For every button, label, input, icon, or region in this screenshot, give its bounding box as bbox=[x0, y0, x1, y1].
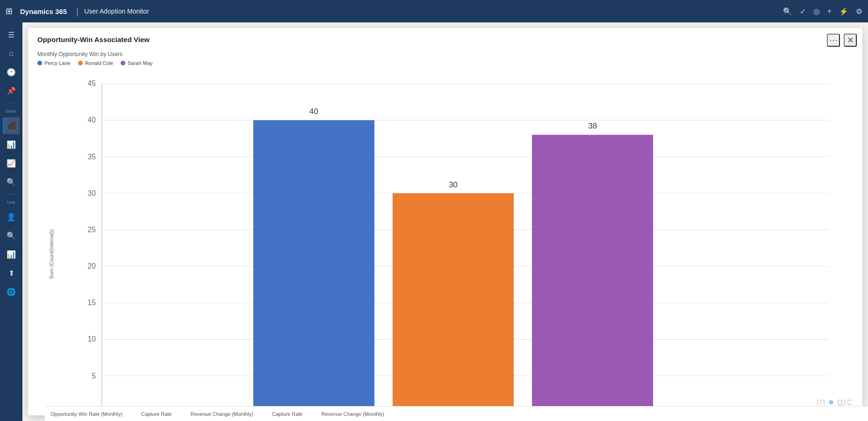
bar-ronald[interactable] bbox=[393, 193, 514, 413]
sidebar-dash-label: Dash bbox=[5, 107, 17, 115]
svg-text:20: 20 bbox=[88, 262, 96, 270]
chart-legend: Percy Lane Ronald Cole Sarah May bbox=[37, 60, 853, 66]
chart-container: Sum (Count(Internal)) 45 40 bbox=[37, 71, 853, 421]
svg-text:45: 45 bbox=[88, 79, 96, 87]
legend-ronald: Ronald Cole bbox=[78, 60, 114, 66]
sidebar-pin-icon[interactable]: 📌 bbox=[3, 82, 20, 99]
sidebar-home-icon[interactable]: ⌂ bbox=[3, 45, 20, 62]
bar-sarah-label: 38 bbox=[588, 121, 597, 130]
chart-subtitle: Monthly Opportunity Win by Users bbox=[37, 51, 853, 57]
bar-ronald-label: 30 bbox=[449, 180, 458, 189]
svg-text:10: 10 bbox=[88, 335, 96, 343]
legend-percy: Percy Lane bbox=[37, 60, 71, 66]
sidebar-divider-2 bbox=[4, 194, 19, 194]
bar-sarah[interactable] bbox=[532, 135, 653, 412]
main-content: ✕ ⋯ Opportunity-Win Associated View Mont… bbox=[22, 22, 868, 421]
topbar: ⊞ Dynamics 365 | User Adoption Monitor 🔍… bbox=[0, 0, 868, 22]
sidebar-divider-1 bbox=[4, 103, 19, 103]
chart-svg-wrapper: 45 40 35 30 25 bbox=[65, 71, 853, 421]
grid-icon[interactable]: ⊞ bbox=[6, 6, 13, 16]
chart-title: Opportunity-Win Associated View bbox=[37, 36, 853, 43]
svg-text:30: 30 bbox=[88, 189, 96, 197]
bottom-strip-item-0[interactable]: Opportunity Win Rate (Monthly) bbox=[50, 411, 122, 417]
module-name: User Adoption Monitor bbox=[84, 7, 149, 15]
legend-dot-percy bbox=[37, 61, 42, 65]
chart-svg: 45 40 35 30 25 bbox=[65, 71, 853, 421]
sidebar-dashboard-icon[interactable]: ⬛ bbox=[3, 117, 20, 134]
filter-icon[interactable]: ⚡ bbox=[839, 7, 848, 16]
legend-label-sarah: Sarah May bbox=[128, 60, 152, 66]
sidebar-menu-icon[interactable]: ☰ bbox=[3, 26, 20, 43]
legend-label-percy: Percy Lane bbox=[44, 60, 71, 66]
bottom-strip: Opportunity Win Rate (Monthly) Capture R… bbox=[45, 406, 868, 421]
svg-text:15: 15 bbox=[88, 299, 96, 307]
settings-icon[interactable]: ⚙ bbox=[856, 7, 862, 16]
legend-dot-sarah bbox=[121, 61, 125, 65]
sidebar-world-icon[interactable]: 🌐 bbox=[3, 283, 20, 300]
sidebar-users-label: Use bbox=[6, 198, 16, 207]
chart-panel: ✕ ⋯ Opportunity-Win Associated View Mont… bbox=[28, 28, 862, 415]
bar-percy[interactable] bbox=[253, 120, 374, 412]
close-button[interactable]: ✕ bbox=[844, 34, 857, 47]
svg-text:35: 35 bbox=[88, 153, 96, 161]
bottom-strip-item-4[interactable]: Revenue Change (Monthly) bbox=[321, 411, 384, 417]
bottom-strip-item-2[interactable]: Revenue Change (Monthly) bbox=[191, 411, 254, 417]
y-axis-label: Sum (Count(Internal)) bbox=[49, 229, 54, 279]
sidebar-recent-icon[interactable]: 🕐 bbox=[3, 64, 20, 80]
legend-dot-ronald bbox=[78, 61, 83, 65]
svg-text:5: 5 bbox=[92, 372, 96, 380]
checkmark-icon[interactable]: ✓ bbox=[800, 7, 806, 16]
sidebar-upload-icon[interactable]: ⬆ bbox=[3, 264, 20, 281]
topbar-divider: | bbox=[76, 6, 79, 17]
sidebar-user1-icon[interactable]: 👤 bbox=[3, 208, 20, 225]
legend-label-ronald: Ronald Cole bbox=[85, 60, 114, 66]
bar-percy-label: 40 bbox=[309, 107, 318, 116]
legend-sarah: Sarah May bbox=[121, 60, 152, 66]
location-icon[interactable]: ◎ bbox=[813, 7, 820, 16]
bottom-strip-item-1[interactable]: Capture Rate bbox=[141, 411, 172, 417]
sidebar: ☰ ⌂ 🕐 📌 Dash ⬛ 📊 📈 🔍 Use 👤 🔍 📊 ⬆ 🌐 bbox=[0, 22, 22, 421]
svg-text:25: 25 bbox=[88, 226, 96, 234]
svg-text:40: 40 bbox=[88, 116, 96, 124]
sidebar-chart1-icon[interactable]: 📊 bbox=[3, 136, 20, 153]
sidebar-search1-icon[interactable]: 🔍 bbox=[3, 173, 20, 190]
search-icon[interactable]: 🔍 bbox=[783, 7, 792, 16]
app-name: Dynamics 365 bbox=[20, 7, 67, 15]
more-options-button[interactable]: ⋯ bbox=[827, 34, 840, 47]
bottom-strip-item-3[interactable]: Capture Rate bbox=[272, 411, 302, 417]
add-icon[interactable]: + bbox=[827, 7, 832, 15]
sidebar-search2-icon[interactable]: 🔍 bbox=[3, 227, 20, 244]
sidebar-chart3-icon[interactable]: 📊 bbox=[3, 246, 20, 263]
topbar-right-icons: 🔍 ✓ ◎ + ⚡ ⚙ bbox=[783, 7, 862, 16]
sidebar-chart2-icon[interactable]: 📈 bbox=[3, 155, 20, 171]
